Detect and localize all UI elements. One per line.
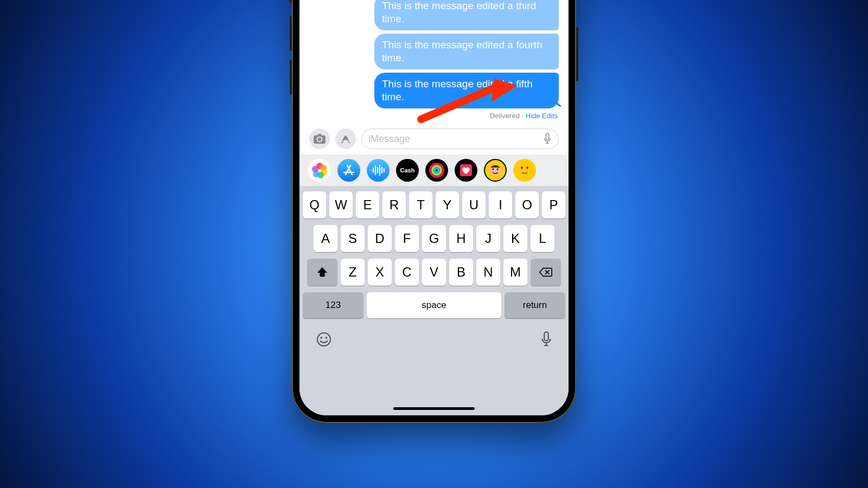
svg-point-5: [312, 166, 318, 172]
message-bubble-edit[interactable]: This is the message edited a third time.: [374, 0, 559, 30]
key-w[interactable]: W: [329, 191, 353, 219]
face-hearts-icon: [518, 163, 532, 177]
svg-point-15: [321, 337, 322, 338]
keyboard-row: A S D F G H J K L: [303, 225, 565, 252]
key-u[interactable]: U: [462, 191, 486, 219]
svg-point-14: [317, 333, 330, 346]
key-o[interactable]: O: [515, 191, 539, 219]
key-f[interactable]: F: [395, 225, 419, 252]
dictate-key[interactable]: [540, 331, 552, 348]
key-n[interactable]: N: [476, 259, 500, 286]
sticker-app-icon[interactable]: [455, 159, 477, 182]
return-key[interactable]: return: [505, 292, 565, 318]
memoji-app-icon-2[interactable]: [513, 159, 536, 182]
message-status-row: Delivered · Hide Edits: [490, 112, 558, 120]
backspace-key[interactable]: [531, 259, 561, 286]
app-store-a-icon: [342, 164, 355, 177]
backspace-icon: [539, 267, 553, 278]
photos-icon: [311, 162, 328, 178]
camera-button[interactable]: [309, 129, 330, 149]
key-p[interactable]: P: [542, 191, 565, 219]
numbers-key[interactable]: 123: [303, 292, 363, 318]
space-key[interactable]: space: [367, 292, 501, 318]
key-k[interactable]: K: [503, 225, 527, 252]
home-indicator[interactable]: [393, 407, 475, 410]
shift-key[interactable]: [307, 259, 337, 286]
composer-row: iMessage: [299, 125, 569, 155]
message-bubble-edit[interactable]: This is the message edited a fourth time…: [374, 34, 559, 69]
keyboard-row: 123 space return: [303, 292, 565, 318]
key-a[interactable]: A: [314, 225, 337, 252]
key-l[interactable]: L: [531, 225, 554, 252]
svg-point-11: [492, 168, 494, 170]
key-c[interactable]: C: [395, 259, 419, 286]
svg-point-8: [435, 168, 439, 172]
key-r[interactable]: R: [382, 191, 406, 219]
camera-icon: [314, 134, 326, 144]
key-e[interactable]: E: [356, 191, 379, 219]
key-m[interactable]: M: [503, 259, 527, 286]
waveform-icon: [370, 165, 386, 176]
svg-point-13: [519, 164, 531, 176]
audio-app-icon[interactable]: [367, 159, 390, 182]
app-store-button[interactable]: [335, 129, 356, 149]
app-store-icon: [340, 133, 351, 144]
key-i[interactable]: I: [489, 191, 512, 219]
app-store-app-icon[interactable]: [337, 159, 360, 182]
key-g[interactable]: G: [422, 225, 446, 252]
keyboard-bottom-bar: [303, 325, 565, 348]
mic-icon: [540, 331, 552, 348]
heart-sticker-icon: [459, 163, 473, 177]
phone-mockup: This is the edited message. This is the …: [292, 0, 576, 423]
apple-cash-app-icon[interactable]: Cash: [396, 159, 419, 182]
dictate-icon[interactable]: [543, 133, 552, 145]
message-placeholder: iMessage: [368, 133, 410, 145]
key-d[interactable]: D: [368, 225, 392, 252]
key-x[interactable]: X: [368, 259, 392, 286]
delivered-label: Delivered: [490, 112, 520, 120]
keyboard[interactable]: Q W E R T Y U I O P A S D F G H: [299, 186, 569, 415]
key-s[interactable]: S: [341, 225, 365, 252]
memoji-app-icon[interactable]: [484, 159, 507, 182]
key-j[interactable]: J: [476, 225, 500, 252]
fitness-app-icon[interactable]: [425, 159, 448, 182]
message-thread[interactable]: This is the edited message. This is the …: [299, 0, 569, 125]
key-y[interactable]: Y: [436, 191, 459, 219]
emoji-icon: [316, 331, 332, 348]
app-strip[interactable]: Cash: [299, 155, 569, 186]
face-icon: [488, 163, 502, 177]
key-v[interactable]: V: [422, 259, 446, 286]
svg-point-12: [496, 168, 498, 170]
emoji-key[interactable]: [316, 331, 332, 348]
side-button: [576, 27, 578, 81]
keyboard-row: Z X C V B N M: [303, 259, 565, 286]
svg-point-16: [326, 337, 327, 338]
rings-icon: [429, 162, 445, 178]
keyboard-row: Q W E R T Y U I O P: [303, 191, 565, 219]
key-h[interactable]: H: [449, 225, 473, 252]
hide-edits-link[interactable]: Hide Edits: [526, 112, 558, 120]
key-t[interactable]: T: [409, 191, 432, 219]
shift-icon: [316, 266, 328, 278]
message-input[interactable]: iMessage: [361, 129, 559, 149]
key-q[interactable]: Q: [303, 191, 326, 219]
key-z[interactable]: Z: [341, 259, 365, 286]
photos-app-icon[interactable]: [308, 159, 331, 182]
message-bubble-current[interactable]: This is the message edited a fifth time.: [374, 73, 559, 108]
key-b[interactable]: B: [449, 259, 473, 286]
